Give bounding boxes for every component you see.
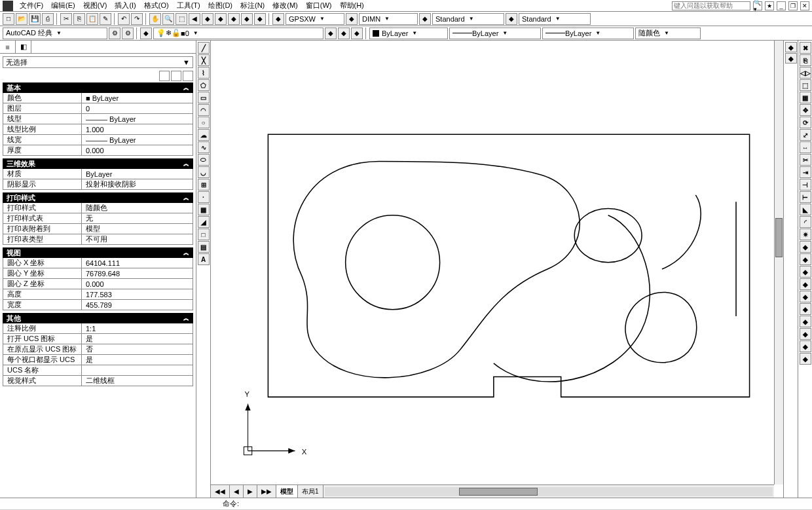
mod-generic-icon[interactable]: ◆ [800, 303, 811, 315]
mod-stretch-icon[interactable]: ↔ [800, 141, 811, 153]
tool-generic-icon[interactable]: ◆ [228, 13, 240, 25]
tool-new-icon[interactable]: □ [3, 13, 14, 25]
draw-point-icon[interactable]: · [198, 191, 210, 203]
selection-combo[interactable]: 无选择 ▼ [3, 56, 193, 68]
mod-generic-icon[interactable]: ◆ [800, 266, 811, 278]
quickselect-icon[interactable] [159, 71, 170, 81]
scroll-thumb[interactable] [775, 218, 783, 257]
prop-row[interactable]: UCS 名称 [3, 365, 193, 376]
tool-print-icon[interactable]: ⎙ [42, 13, 54, 25]
tab-nav-prev-icon[interactable]: ◀ [230, 485, 244, 498]
close-icon[interactable]: ✕ [800, 1, 809, 10]
mod-generic-icon[interactable]: ◆ [800, 278, 811, 290]
scroll-thumb[interactable] [459, 488, 538, 496]
menu-insert[interactable]: 插入(I) [111, 1, 139, 10]
prop-row[interactable]: 打印样式随颜色 [3, 203, 193, 213]
mod-fillet-icon[interactable]: ◜ [800, 216, 811, 228]
tool-generic-icon[interactable]: ◆ [202, 13, 213, 25]
menu-dimension[interactable]: 标注(N) [236, 1, 268, 10]
linetype-combo[interactable]: ByLayer▼ [449, 27, 541, 39]
draw-rect-icon[interactable]: ▭ [198, 92, 210, 103]
tool-zoomprev-icon[interactable]: ◀ [189, 13, 200, 25]
tool-layer-icon[interactable]: ◆ [140, 27, 152, 39]
prop-row[interactable]: 每个视口都显示 UCS是 [3, 355, 193, 365]
tool-redo-icon[interactable]: ↷ [131, 13, 143, 25]
tab-model[interactable]: 模型 [276, 485, 298, 498]
mod-move-icon[interactable]: ✥ [800, 104, 811, 116]
draw-block-icon[interactable]: ⊞ [198, 179, 210, 191]
scrollbar-vertical[interactable] [774, 41, 783, 484]
tool-layerfrz-icon[interactable]: ◆ [351, 27, 363, 39]
prop-row[interactable]: 圆心 Y 坐标76789.648 [3, 268, 193, 279]
tool-copy-icon[interactable]: ⎘ [73, 13, 85, 25]
prop-value[interactable]: 0.000 [82, 279, 193, 289]
tool-save-icon[interactable]: 💾 [29, 13, 41, 25]
pickadd-icon[interactable] [171, 71, 181, 81]
tool-generic-icon[interactable]: ◆ [506, 13, 517, 25]
tool-zoomwin-icon[interactable]: ⬚ [175, 13, 187, 25]
prop-row[interactable]: 图层0 [3, 103, 193, 114]
mod-extend-icon[interactable]: ⇥ [800, 166, 811, 178]
tool-workspace-icon[interactable]: ⚙ [122, 27, 134, 39]
mod-chamfer-icon[interactable]: ◣ [800, 204, 811, 215]
prop-group-header[interactable]: 其他︽ [3, 313, 193, 323]
draw-polygon-icon[interactable]: ⬠ [198, 79, 210, 91]
prop-row[interactable]: 线型——— ByLayer [3, 114, 193, 124]
panel-tab-icon[interactable]: ≡ [0, 41, 16, 53]
menu-file[interactable]: 文件(F) [16, 1, 47, 10]
tool-generic-icon[interactable]: ◆ [785, 53, 797, 64]
tool-generic-icon[interactable]: ◆ [419, 13, 431, 25]
prop-value[interactable]: 是 [82, 334, 193, 344]
tool-generic-icon[interactable]: ◆ [346, 13, 358, 25]
prop-value[interactable]: ——— ByLayer [82, 135, 193, 145]
prop-row[interactable]: 打印样式表无 [3, 213, 193, 224]
prop-value[interactable]: 64104.111 [82, 258, 193, 268]
prop-row[interactable]: 打印表类型不可用 [3, 234, 193, 245]
help-search-input[interactable] [672, 1, 750, 10]
draw-ellipsearc-icon[interactable]: ◡ [198, 166, 210, 178]
prop-row[interactable]: 厚度0.000 [3, 145, 193, 156]
prop-value[interactable]: 1.000 [82, 124, 193, 134]
tab-nav-last-icon[interactable]: ▶▶ [257, 485, 276, 498]
tool-workspace-icon[interactable]: ⚙ [109, 27, 120, 39]
prop-value[interactable] [82, 365, 193, 375]
tool-generic-icon[interactable]: ◆ [241, 13, 253, 25]
prop-value[interactable]: 1:1 [82, 323, 193, 333]
prop-value[interactable]: 不可用 [82, 234, 193, 244]
prop-row[interactable]: 在原点显示 UCS 图标否 [3, 344, 193, 355]
dimstyle-combo[interactable]: DIMN▼ [359, 13, 418, 25]
menu-view[interactable]: 视图(V) [79, 1, 111, 10]
draw-ellipse-icon[interactable]: ⬭ [198, 154, 210, 166]
prop-group-header[interactable]: 基本︽ [3, 82, 193, 93]
prop-row[interactable]: 打开 UCS 图标是 [3, 334, 193, 344]
tool-open-icon[interactable]: 📂 [16, 13, 28, 25]
tab-nav-first-icon[interactable]: ◀◀ [211, 485, 230, 498]
draw-circle-icon[interactable]: ○ [198, 117, 210, 128]
draw-xline-icon[interactable]: ╳ [198, 54, 210, 66]
tool-paste-icon[interactable]: 📋 [86, 13, 98, 25]
mod-copy-icon[interactable]: ⎘ [800, 54, 811, 66]
panel-tab-icon[interactable]: ◧ [16, 41, 31, 53]
prop-value[interactable]: 76789.648 [82, 268, 193, 278]
draw-revcloud-icon[interactable]: ☁ [198, 129, 210, 141]
prop-value[interactable]: 455.789 [82, 300, 193, 310]
color-combo[interactable]: ByLayer▼ [369, 27, 448, 39]
menu-draw[interactable]: 绘图(D) [204, 1, 236, 10]
draw-table-icon[interactable]: ▤ [198, 241, 210, 253]
min-icon[interactable]: _ [777, 1, 786, 10]
prop-value[interactable]: 无 [82, 213, 193, 223]
draw-gradient-icon[interactable]: ◢ [198, 216, 210, 228]
prop-row[interactable]: 高度177.583 [3, 289, 193, 300]
prop-value[interactable]: ■ ByLayer [82, 93, 193, 103]
prop-row[interactable]: 材质ByLayer [3, 169, 193, 179]
tool-pan-icon[interactable]: ✋ [149, 13, 161, 25]
prop-value[interactable]: ByLayer [82, 169, 193, 179]
draw-spline-icon[interactable]: ∿ [198, 141, 210, 153]
tool-cut-icon[interactable]: ✂ [60, 13, 72, 25]
prop-value[interactable]: 是 [82, 355, 193, 365]
prop-row[interactable]: 线宽——— ByLayer [3, 135, 193, 145]
tool-layeroff-icon[interactable]: ◆ [338, 27, 350, 39]
menu-help[interactable]: 帮助(H) [336, 1, 368, 10]
tool-zoom-icon[interactable]: 🔍 [162, 13, 174, 25]
prop-value[interactable]: 随颜色 [82, 203, 193, 213]
